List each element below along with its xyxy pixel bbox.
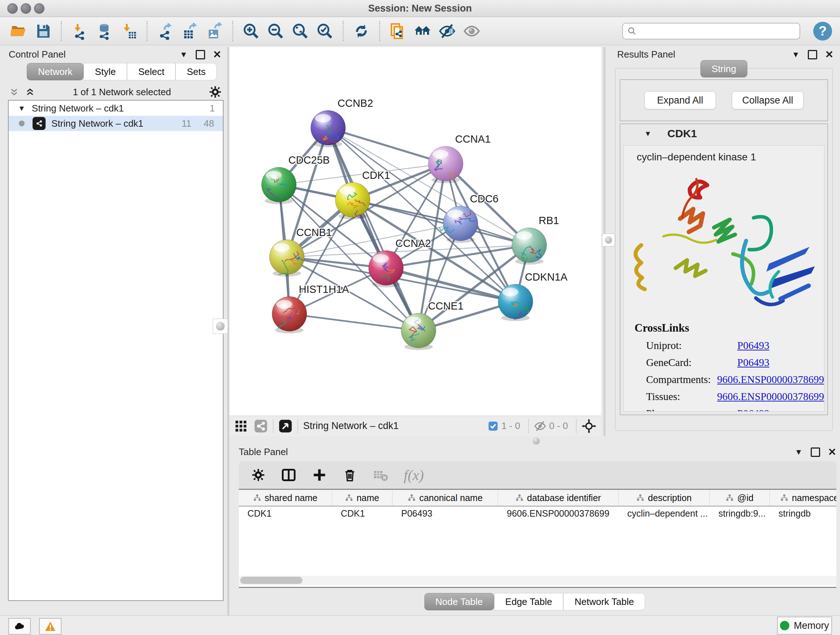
selected-checkbox-icon[interactable] — [488, 421, 499, 432]
tab-style[interactable]: Style — [84, 63, 127, 80]
zoom-selected-button[interactable] — [314, 21, 335, 42]
network-edge-CCNB2-CCNE1[interactable] — [328, 128, 418, 331]
table-cell[interactable]: 9606.ENSP00000378699 — [498, 507, 619, 520]
crosslink-value-link[interactable]: 9606.ENSP00000378699 — [717, 391, 824, 402]
tab-network-table[interactable]: Network Table — [563, 593, 645, 610]
tab-sets[interactable]: Sets — [175, 63, 217, 80]
column-header[interactable]: database identifier — [498, 490, 619, 506]
new-network-from-selection-button[interactable] — [387, 21, 409, 42]
table-horizontal-scrollbar[interactable] — [239, 576, 836, 585]
table-cell[interactable]: CDK1 — [239, 507, 332, 520]
tab-select[interactable]: Select — [127, 63, 175, 80]
tab-network[interactable]: Network — [27, 63, 84, 80]
cloud-icon — [13, 620, 26, 632]
tab-edge-table[interactable]: Edge Table — [494, 593, 564, 610]
import-table-from-file-button[interactable] — [118, 21, 139, 42]
table-row[interactable]: CDK1CDK1P064939606.ENSP00000378699cyclin… — [239, 507, 836, 520]
export-image-button[interactable] — [204, 21, 225, 42]
horizontal-splitter-handle[interactable] — [532, 437, 540, 445]
table-cell[interactable]: stringdb:9... — [710, 507, 770, 520]
panel-float-button[interactable] — [811, 448, 820, 457]
tab-string[interactable]: String — [700, 60, 747, 78]
network-node-HIST1H1A[interactable]: HIST1H1A — [272, 283, 349, 333]
column-header[interactable]: namespace — [770, 490, 836, 506]
network-node-CCNE1[interactable]: CCNE1 — [401, 300, 463, 350]
panel-float-button[interactable] — [196, 50, 205, 59]
help-button[interactable]: ? — [813, 22, 832, 41]
crosslink-row: Pharos:P06493 — [646, 408, 824, 412]
crosslink-value-link[interactable]: P06493 — [737, 356, 769, 369]
network-node-RB1[interactable]: RB1 — [512, 215, 559, 264]
network-canvas[interactable]: CCNB2CCNA1CDC25BCDK1CDC6RB1CCNB1CCNA2CDK… — [229, 47, 601, 416]
grid-mode-icon[interactable] — [234, 420, 248, 432]
left-splitter-handle[interactable] — [213, 318, 228, 334]
create-column-icon[interactable] — [312, 467, 327, 483]
tab-node-table[interactable]: Node Table — [424, 593, 494, 610]
table-cell[interactable]: CDK1 — [332, 507, 393, 520]
network-edge-CDK1-RB1[interactable] — [353, 200, 529, 245]
panel-close-button[interactable]: ✕ — [828, 446, 836, 458]
panel-close-button[interactable]: ✕ — [825, 49, 834, 60]
node-label-CCNE1: CCNE1 — [428, 300, 463, 312]
warning-status-button[interactable] — [39, 618, 62, 635]
column-header[interactable]: @id — [710, 490, 770, 506]
detach-view-icon[interactable] — [279, 419, 292, 433]
network-collection-row[interactable]: ▼ String Network – cdk1 1 — [9, 101, 223, 116]
entry-expander-icon[interactable]: ▼ — [644, 130, 652, 138]
cloud-status-button[interactable] — [8, 618, 31, 635]
panel-close-button[interactable]: ✕ — [213, 49, 221, 60]
tree-expander-icon[interactable]: ▼ — [18, 104, 25, 112]
network-selection-status: 1 of 1 Network selected — [35, 87, 208, 98]
export-network-to-file-button[interactable] — [155, 21, 176, 42]
memory-button[interactable]: Memory — [777, 616, 832, 635]
export-network-icon — [156, 22, 174, 40]
table-cell[interactable]: P06493 — [393, 507, 498, 520]
birdseye-toggle-icon[interactable] — [582, 419, 596, 433]
column-header[interactable]: canonical name — [393, 490, 498, 506]
network-options-gear-icon[interactable] — [208, 85, 222, 99]
fit-content-button[interactable] — [290, 21, 311, 42]
crosslink-value-link[interactable]: P06493 — [737, 408, 769, 412]
panel-menu-caret[interactable]: ▼ — [795, 448, 803, 457]
network-node-CDKN1A[interactable]: CDKN1A — [498, 271, 568, 321]
search-input[interactable] — [639, 26, 795, 36]
export-table-to-file-button[interactable] — [180, 21, 201, 42]
apply-preferred-layout-button[interactable] — [351, 21, 372, 42]
network-share-icon[interactable] — [254, 419, 268, 433]
show-column-icon[interactable] — [281, 467, 297, 483]
import-network-from-file-button[interactable] — [69, 21, 90, 42]
table-cell[interactable]: cyclin–dependent ... — [619, 507, 710, 520]
horizontal-splitter[interactable] — [229, 436, 840, 446]
hidden-eye-slash-icon[interactable] — [534, 420, 546, 432]
column-header[interactable]: shared name — [239, 490, 332, 506]
birdseye-view-button[interactable] — [461, 21, 482, 42]
panel-menu-caret[interactable]: ▼ — [180, 50, 188, 59]
crosslink-value-link[interactable]: 9606.ENSP00000378699 — [717, 374, 824, 386]
import-network-from-database-button[interactable] — [94, 21, 115, 42]
table-cell[interactable]: stringdb — [770, 507, 836, 520]
crosslink-value-link[interactable]: P06493 — [737, 340, 769, 352]
network-edge-HIST1H1A-CCNE1[interactable] — [289, 314, 418, 331]
toggle-graphics-details-button[interactable] — [437, 21, 458, 42]
delete-column-icon[interactable] — [342, 467, 357, 483]
collapse-all-icon[interactable] — [9, 87, 19, 97]
save-session-button[interactable] — [33, 21, 54, 42]
results-panel: Results Panel ▼ ✕ String Expand All Coll… — [611, 47, 836, 434]
column-header[interactable]: name — [332, 490, 393, 506]
table-options-gear-icon[interactable] — [251, 468, 265, 482]
zoom-out-button[interactable] — [265, 21, 286, 42]
refresh-icon — [353, 22, 370, 40]
open-session-button[interactable] — [8, 21, 29, 42]
network-node-CCNB1[interactable]: CCNB1 — [270, 226, 332, 277]
network-edge-CCNB2-CCNA1[interactable] — [328, 128, 446, 164]
panel-float-button[interactable] — [808, 50, 817, 59]
column-header[interactable]: description — [619, 490, 710, 506]
collapse-all-button[interactable]: Collapse All — [732, 91, 804, 109]
zoom-in-button[interactable] — [240, 21, 262, 42]
show-all-networks-button[interactable] — [412, 21, 433, 42]
expand-all-icon[interactable] — [25, 87, 35, 97]
panel-menu-caret[interactable]: ▼ — [792, 50, 800, 59]
network-row-selected[interactable]: String Network – cdk1 11 48 — [9, 116, 223, 131]
expand-all-button[interactable]: Expand All — [644, 91, 716, 109]
scrollbar-thumb[interactable] — [240, 577, 302, 584]
